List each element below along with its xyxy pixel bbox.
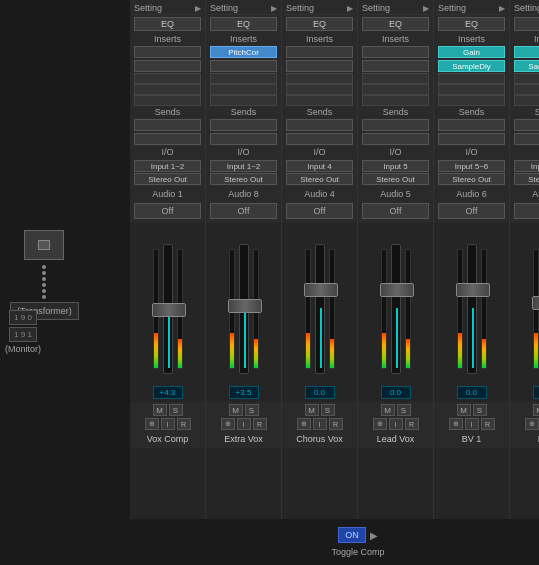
send-row-2[interactable] xyxy=(362,133,429,145)
send-row-1[interactable] xyxy=(514,119,539,131)
insert-1-button[interactable] xyxy=(286,46,353,58)
output-button[interactable]: Stereo Out xyxy=(514,173,539,185)
insert-1-button[interactable] xyxy=(134,46,201,58)
vertical-fader[interactable] xyxy=(467,244,477,374)
power-button[interactable]: Off xyxy=(514,203,539,219)
eq-button[interactable]: EQ xyxy=(438,17,505,31)
insert-1-button[interactable] xyxy=(362,46,429,58)
solo-button[interactable]: S xyxy=(473,404,487,416)
solo-button[interactable]: S xyxy=(245,404,259,416)
io-link-button[interactable]: ⊕ xyxy=(297,418,311,430)
input-button[interactable]: Input 5~6 xyxy=(438,160,505,172)
io-link-button[interactable]: ⊕ xyxy=(525,418,539,430)
input-button[interactable]: Input 5 xyxy=(362,160,429,172)
setting-label: Setting xyxy=(362,3,390,13)
io-input-button[interactable]: I xyxy=(313,418,327,430)
toggle-comp-label: Toggle Comp xyxy=(331,547,384,557)
io-input-button[interactable]: I xyxy=(237,418,251,430)
mute-button[interactable]: M xyxy=(533,404,540,416)
sends-label: Sends xyxy=(360,106,431,118)
fader-handle[interactable] xyxy=(304,283,338,297)
send-row-2[interactable] xyxy=(210,133,277,145)
eq-button[interactable]: EQ xyxy=(210,17,277,31)
channel-name: Chorus Vox xyxy=(296,432,343,446)
setting-arrow-icon[interactable]: ▶ xyxy=(499,4,505,13)
send-row-2[interactable] xyxy=(134,133,201,145)
mute-button[interactable]: M xyxy=(381,404,395,416)
channel-bottom: M S ⊕ I R Lead Vox xyxy=(358,402,433,448)
send-row-1[interactable] xyxy=(438,119,505,131)
insert-2-button[interactable] xyxy=(362,60,429,72)
insert-2-button[interactable]: SampleDly xyxy=(514,60,539,72)
io-link-button[interactable]: ⊕ xyxy=(449,418,463,430)
io-input-button[interactable]: I xyxy=(161,418,175,430)
eq-button[interactable]: EQ xyxy=(134,17,201,31)
setting-arrow-icon[interactable]: ▶ xyxy=(271,4,277,13)
send-row-1[interactable] xyxy=(362,119,429,131)
inserts-label: Inserts xyxy=(132,33,203,45)
io-link-button[interactable]: ⊕ xyxy=(221,418,235,430)
insert-2-button[interactable] xyxy=(210,60,277,72)
io-input-button[interactable]: I xyxy=(465,418,479,430)
send-row-2[interactable] xyxy=(286,133,353,145)
solo-button[interactable]: S xyxy=(169,404,183,416)
power-button[interactable]: Off xyxy=(134,203,201,219)
setting-arrow-icon[interactable]: ▶ xyxy=(423,4,429,13)
output-button[interactable]: Stereo Out xyxy=(362,173,429,185)
toggle-comp-button[interactable]: ON xyxy=(338,527,366,543)
send-row-1[interactable] xyxy=(134,119,201,131)
eq-button[interactable]: EQ xyxy=(286,17,353,31)
mute-button[interactable]: M xyxy=(153,404,167,416)
eq-button[interactable]: EQ xyxy=(514,17,539,31)
solo-button[interactable]: S xyxy=(321,404,335,416)
inserts-label: Inserts xyxy=(208,33,279,45)
mute-button[interactable]: M xyxy=(229,404,243,416)
setting-arrow-icon[interactable]: ▶ xyxy=(347,4,353,13)
fader-handle[interactable] xyxy=(380,283,414,297)
power-button[interactable]: Off xyxy=(438,203,505,219)
insert-2-button[interactable]: SampleDly xyxy=(438,60,505,72)
vertical-fader[interactable] xyxy=(239,244,249,374)
power-button[interactable]: Off xyxy=(210,203,277,219)
io-link-button[interactable]: ⊕ xyxy=(145,418,159,430)
output-button[interactable]: Stereo Out xyxy=(286,173,353,185)
io-link-button[interactable]: ⊕ xyxy=(373,418,387,430)
input-button[interactable]: Input 1~2 xyxy=(210,160,277,172)
io-record-button[interactable]: R xyxy=(177,418,191,430)
io-record-button[interactable]: R xyxy=(405,418,419,430)
power-button[interactable]: Off xyxy=(362,203,429,219)
input-button[interactable]: Input 1~2 xyxy=(134,160,201,172)
power-button[interactable]: Off xyxy=(286,203,353,219)
fader-handle[interactable] xyxy=(228,299,262,313)
insert-1-button[interactable]: Gain xyxy=(514,46,539,58)
output-button[interactable]: Stereo Out xyxy=(210,173,277,185)
output-button[interactable]: Stereo Out xyxy=(438,173,505,185)
io-input-button[interactable]: I xyxy=(389,418,403,430)
io-record-button[interactable]: R xyxy=(329,418,343,430)
insert-1-button[interactable]: PitchCor xyxy=(210,46,277,58)
io-record-button[interactable]: R xyxy=(253,418,267,430)
vertical-fader[interactable] xyxy=(391,244,401,374)
insert-2-button[interactable] xyxy=(134,60,201,72)
io-record-button[interactable]: R xyxy=(481,418,495,430)
send-row-1[interactable] xyxy=(286,119,353,131)
vertical-fader[interactable] xyxy=(163,244,173,374)
input-button[interactable]: Input 4 xyxy=(286,160,353,172)
insert-1-button[interactable]: Gain xyxy=(438,46,505,58)
mute-button[interactable]: M xyxy=(305,404,319,416)
mute-button[interactable]: M xyxy=(457,404,471,416)
output-button[interactable]: Stereo Out xyxy=(134,173,201,185)
input-button[interactable]: Input 7~8 xyxy=(514,160,539,172)
send-row-2[interactable] xyxy=(514,133,539,145)
fader-handle[interactable] xyxy=(456,283,490,297)
send-row-2[interactable] xyxy=(438,133,505,145)
fader-handle[interactable] xyxy=(152,303,186,317)
eq-button[interactable]: EQ xyxy=(362,17,429,31)
send-row-1[interactable] xyxy=(210,119,277,131)
fader-container xyxy=(206,223,281,383)
insert-2-button[interactable] xyxy=(286,60,353,72)
setting-arrow-icon[interactable]: ▶ xyxy=(195,4,201,13)
fader-handle[interactable] xyxy=(532,296,540,310)
solo-button[interactable]: S xyxy=(397,404,411,416)
vertical-fader[interactable] xyxy=(315,244,325,374)
